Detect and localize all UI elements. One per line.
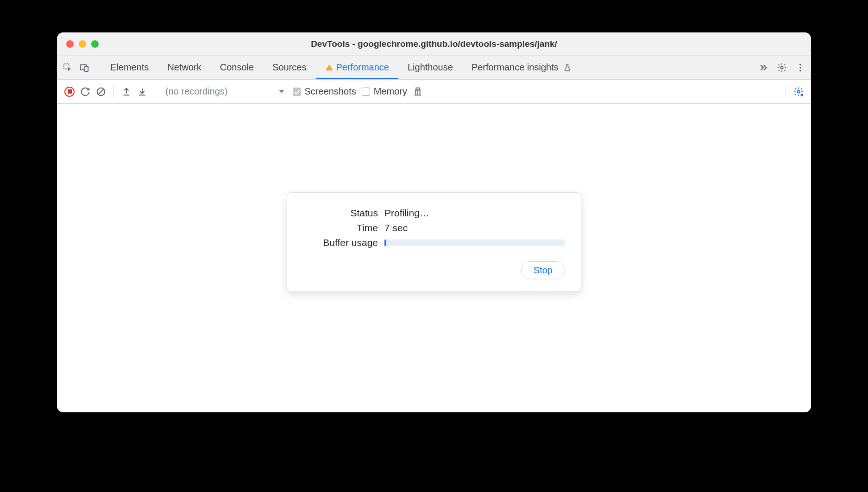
main-tabs-row: Elements Network Console Sources Perform… (57, 56, 811, 80)
tab-console[interactable]: Console (211, 56, 263, 79)
tab-performance-insights-label: Performance insights (472, 62, 559, 73)
window-title: DevTools - googlechrome.github.io/devtoo… (57, 39, 811, 49)
svg-point-12 (801, 94, 804, 96)
minimize-window-button[interactable] (79, 40, 86, 48)
buffer-label: Buffer usage (303, 237, 384, 248)
performance-content: Status Profiling… Time 7 sec Buffer usag… (57, 104, 811, 412)
screenshots-checkbox[interactable]: Screenshots (293, 86, 356, 97)
tabs-right-tools (753, 63, 805, 73)
checkbox-icon (293, 88, 301, 96)
svg-rect-3 (329, 66, 330, 68)
tab-network[interactable]: Network (158, 56, 210, 79)
zoom-window-button[interactable] (91, 40, 99, 48)
garbage-collect-icon[interactable] (413, 87, 423, 97)
svg-point-6 (799, 63, 801, 65)
checkbox-icon (362, 88, 370, 96)
recordings-placeholder: (no recordings) (165, 86, 228, 97)
flask-icon (563, 63, 572, 72)
close-window-button[interactable] (66, 40, 74, 48)
stop-button[interactable]: Stop (521, 261, 565, 279)
settings-gear-icon[interactable] (777, 63, 787, 73)
tab-sources[interactable]: Sources (263, 56, 315, 79)
buffer-progress-bar (384, 240, 565, 246)
reload-icon[interactable] (80, 87, 90, 97)
svg-point-5 (780, 66, 783, 69)
more-tabs-icon[interactable] (758, 63, 768, 73)
tab-performance-label: Performance (336, 62, 390, 73)
kebab-menu-icon[interactable] (795, 63, 805, 73)
dialog-actions: Stop (303, 261, 565, 279)
buffer-progress-fill (384, 240, 386, 246)
recordings-dropdown[interactable]: (no recordings) (163, 86, 287, 97)
svg-rect-2 (85, 66, 88, 71)
toolbar-divider (786, 85, 786, 98)
status-value: Profiling… (384, 208, 565, 219)
time-row: Time 7 sec (303, 222, 565, 233)
time-label: Time (303, 222, 384, 233)
chevron-down-icon (279, 90, 284, 93)
status-row: Status Profiling… (303, 208, 565, 219)
record-stop-button[interactable] (64, 87, 75, 97)
memory-checkbox[interactable]: Memory (362, 86, 407, 97)
buffer-row: Buffer usage (303, 237, 565, 248)
toolbar-divider (113, 85, 114, 98)
toolbar-divider (155, 85, 155, 98)
svg-point-11 (797, 90, 800, 93)
memory-label: Memory (374, 86, 407, 97)
profiling-dialog: Status Profiling… Time 7 sec Buffer usag… (287, 192, 581, 292)
panel-tabs: Elements Network Console Sources Perform… (101, 56, 749, 79)
inspect-element-icon[interactable] (63, 63, 73, 73)
performance-toolbar: (no recordings) Screenshots Memory (57, 80, 811, 104)
capture-settings-gear-icon[interactable] (793, 87, 804, 97)
upload-icon[interactable] (121, 87, 132, 97)
warning-icon (325, 63, 333, 72)
tab-elements[interactable]: Elements (101, 56, 158, 79)
svg-rect-4 (329, 69, 330, 70)
devtools-window: DevTools - googlechrome.github.io/devtoo… (57, 32, 811, 412)
download-icon[interactable] (137, 87, 147, 97)
titlebar: DevTools - googlechrome.github.io/devtoo… (57, 32, 811, 56)
svg-point-7 (799, 67, 801, 69)
traffic-lights (57, 40, 99, 48)
inspect-tools (63, 56, 97, 79)
time-value: 7 sec (384, 222, 565, 233)
status-label: Status (303, 208, 384, 219)
tab-performance[interactable]: Performance (316, 56, 399, 79)
tab-lighthouse[interactable]: Lighthouse (398, 56, 462, 79)
tab-performance-insights[interactable]: Performance insights (462, 56, 581, 79)
screenshots-label: Screenshots (305, 86, 356, 97)
clear-icon[interactable] (96, 87, 106, 97)
svg-point-8 (799, 69, 801, 71)
device-toggle-icon[interactable] (79, 63, 89, 73)
